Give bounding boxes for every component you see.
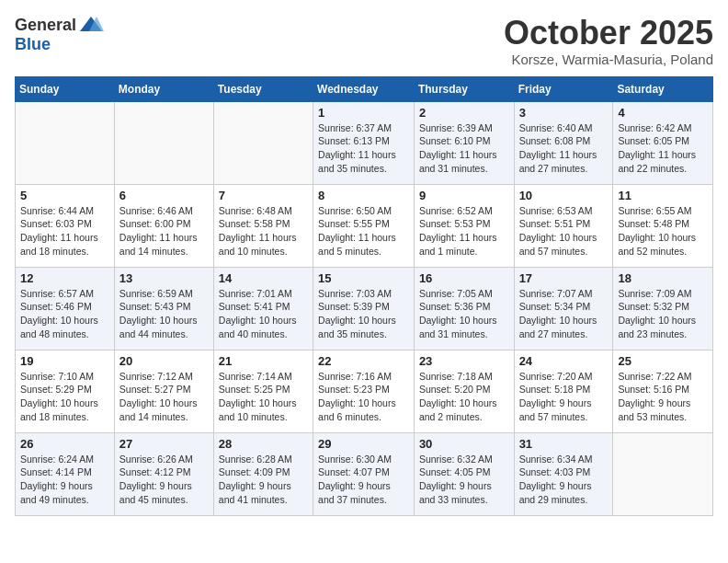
day-cell: 24Sunrise: 7:20 AM Sunset: 5:18 PM Dayli…: [514, 350, 613, 432]
day-info: Sunrise: 7:12 AM Sunset: 5:27 PM Dayligh…: [119, 370, 209, 424]
column-header-friday: Friday: [514, 76, 613, 101]
day-number: 18: [618, 271, 708, 285]
week-row-1: 1Sunrise: 6:37 AM Sunset: 6:13 PM Daylig…: [16, 101, 713, 184]
day-info: Sunrise: 6:42 AM Sunset: 6:05 PM Dayligh…: [618, 121, 708, 176]
day-cell: 16Sunrise: 7:05 AM Sunset: 5:36 PM Dayli…: [414, 267, 514, 350]
logo-general-text: General: [15, 16, 76, 35]
day-number: 26: [20, 437, 109, 451]
day-cell: 30Sunrise: 6:32 AM Sunset: 4:05 PM Dayli…: [414, 432, 514, 515]
day-cell: 11Sunrise: 6:55 AM Sunset: 5:48 PM Dayli…: [613, 184, 713, 267]
day-number: 22: [318, 354, 409, 368]
day-info: Sunrise: 7:20 AM Sunset: 5:18 PM Dayligh…: [519, 370, 609, 424]
day-cell: 26Sunrise: 6:24 AM Sunset: 4:14 PM Dayli…: [16, 432, 115, 515]
column-header-monday: Monday: [114, 76, 213, 101]
column-header-saturday: Saturday: [613, 76, 713, 101]
day-cell: 13Sunrise: 6:59 AM Sunset: 5:43 PM Dayli…: [114, 267, 213, 350]
day-number: 31: [519, 437, 609, 451]
day-number: 12: [20, 271, 109, 285]
day-number: 1: [318, 106, 409, 120]
day-number: 8: [318, 189, 409, 202]
day-info: Sunrise: 6:30 AM Sunset: 4:07 PM Dayligh…: [318, 453, 409, 507]
day-info: Sunrise: 6:46 AM Sunset: 6:00 PM Dayligh…: [119, 204, 209, 259]
logo: General Blue: [15, 15, 104, 54]
day-number: 4: [618, 106, 708, 120]
day-number: 20: [119, 354, 209, 368]
day-number: 3: [519, 106, 609, 120]
day-number: 21: [219, 354, 308, 368]
day-cell: 14Sunrise: 7:01 AM Sunset: 5:41 PM Dayli…: [213, 267, 313, 350]
week-row-3: 12Sunrise: 6:57 AM Sunset: 5:46 PM Dayli…: [16, 267, 713, 350]
day-info: Sunrise: 7:14 AM Sunset: 5:25 PM Dayligh…: [219, 370, 308, 424]
day-cell: 8Sunrise: 6:50 AM Sunset: 5:55 PM Daylig…: [313, 184, 415, 267]
day-cell: 23Sunrise: 7:18 AM Sunset: 5:20 PM Dayli…: [414, 350, 514, 432]
location-text: Korsze, Warmia-Masuria, Poland: [504, 52, 713, 67]
day-cell: 22Sunrise: 7:16 AM Sunset: 5:23 PM Dayli…: [313, 350, 415, 432]
day-number: 30: [419, 437, 509, 451]
day-number: 17: [519, 271, 609, 285]
day-info: Sunrise: 6:44 AM Sunset: 6:03 PM Dayligh…: [20, 204, 109, 259]
day-number: 2: [419, 106, 509, 120]
day-info: Sunrise: 7:10 AM Sunset: 5:29 PM Dayligh…: [20, 370, 109, 424]
day-number: 27: [119, 437, 209, 451]
day-cell: 4Sunrise: 6:42 AM Sunset: 6:05 PM Daylig…: [613, 101, 713, 184]
day-info: Sunrise: 7:03 AM Sunset: 5:39 PM Dayligh…: [318, 287, 409, 341]
day-info: Sunrise: 6:52 AM Sunset: 5:53 PM Dayligh…: [419, 204, 509, 259]
logo-blue-text: Blue: [15, 35, 51, 54]
day-cell: 20Sunrise: 7:12 AM Sunset: 5:27 PM Dayli…: [114, 350, 213, 432]
day-info: Sunrise: 6:48 AM Sunset: 5:58 PM Dayligh…: [219, 204, 308, 259]
day-info: Sunrise: 7:05 AM Sunset: 5:36 PM Dayligh…: [419, 287, 509, 341]
day-cell: 6Sunrise: 6:46 AM Sunset: 6:00 PM Daylig…: [114, 184, 213, 267]
day-cell: [114, 101, 213, 184]
day-number: 16: [419, 271, 509, 285]
day-info: Sunrise: 6:28 AM Sunset: 4:09 PM Dayligh…: [219, 453, 308, 507]
day-cell: [16, 101, 115, 184]
day-number: 9: [419, 189, 509, 202]
day-info: Sunrise: 7:18 AM Sunset: 5:20 PM Dayligh…: [419, 370, 509, 424]
column-header-thursday: Thursday: [414, 76, 514, 101]
day-info: Sunrise: 6:32 AM Sunset: 4:05 PM Dayligh…: [419, 453, 509, 507]
day-cell: 28Sunrise: 6:28 AM Sunset: 4:09 PM Dayli…: [213, 432, 313, 515]
day-cell: 15Sunrise: 7:03 AM Sunset: 5:39 PM Dayli…: [313, 267, 415, 350]
day-number: 25: [618, 354, 708, 368]
day-cell: 21Sunrise: 7:14 AM Sunset: 5:25 PM Dayli…: [213, 350, 313, 432]
week-row-2: 5Sunrise: 6:44 AM Sunset: 6:03 PM Daylig…: [16, 184, 713, 267]
day-number: 5: [20, 189, 109, 202]
day-info: Sunrise: 6:50 AM Sunset: 5:55 PM Dayligh…: [318, 204, 409, 259]
day-number: 10: [519, 189, 609, 202]
day-info: Sunrise: 7:07 AM Sunset: 5:34 PM Dayligh…: [519, 287, 609, 341]
day-info: Sunrise: 7:09 AM Sunset: 5:32 PM Dayligh…: [618, 287, 708, 341]
day-cell: 12Sunrise: 6:57 AM Sunset: 5:46 PM Dayli…: [16, 267, 115, 350]
day-number: 24: [519, 354, 609, 368]
logo-icon: [78, 15, 104, 35]
day-cell: 25Sunrise: 7:22 AM Sunset: 5:16 PM Dayli…: [613, 350, 713, 432]
day-number: 14: [219, 271, 308, 285]
title-block: October 2025 Korsze, Warmia-Masuria, Pol…: [504, 15, 713, 67]
day-number: 28: [219, 437, 308, 451]
week-row-5: 26Sunrise: 6:24 AM Sunset: 4:14 PM Dayli…: [16, 432, 713, 515]
day-info: Sunrise: 6:53 AM Sunset: 5:51 PM Dayligh…: [519, 204, 609, 259]
day-info: Sunrise: 6:34 AM Sunset: 4:03 PM Dayligh…: [519, 453, 609, 507]
day-info: Sunrise: 6:55 AM Sunset: 5:48 PM Dayligh…: [618, 204, 708, 259]
column-header-tuesday: Tuesday: [213, 76, 313, 101]
day-number: 23: [419, 354, 509, 368]
calendar-table: SundayMondayTuesdayWednesdayThursdayFrid…: [15, 76, 713, 516]
day-number: 6: [119, 189, 209, 202]
day-cell: 1Sunrise: 6:37 AM Sunset: 6:13 PM Daylig…: [313, 101, 415, 184]
day-cell: 18Sunrise: 7:09 AM Sunset: 5:32 PM Dayli…: [613, 267, 713, 350]
day-cell: 7Sunrise: 6:48 AM Sunset: 5:58 PM Daylig…: [213, 184, 313, 267]
page-header: General Blue October 2025 Korsze, Warmia…: [15, 15, 713, 67]
day-info: Sunrise: 6:40 AM Sunset: 6:08 PM Dayligh…: [519, 121, 609, 176]
day-cell: 27Sunrise: 6:26 AM Sunset: 4:12 PM Dayli…: [114, 432, 213, 515]
day-info: Sunrise: 6:39 AM Sunset: 6:10 PM Dayligh…: [419, 121, 509, 176]
day-cell: 10Sunrise: 6:53 AM Sunset: 5:51 PM Dayli…: [514, 184, 613, 267]
day-info: Sunrise: 7:16 AM Sunset: 5:23 PM Dayligh…: [318, 370, 409, 424]
column-header-sunday: Sunday: [16, 76, 115, 101]
day-cell: 3Sunrise: 6:40 AM Sunset: 6:08 PM Daylig…: [514, 101, 613, 184]
day-cell: 29Sunrise: 6:30 AM Sunset: 4:07 PM Dayli…: [313, 432, 415, 515]
day-number: 7: [219, 189, 308, 202]
calendar-header-row: SundayMondayTuesdayWednesdayThursdayFrid…: [16, 76, 713, 101]
month-title: October 2025: [504, 15, 713, 52]
day-number: 15: [318, 271, 409, 285]
day-info: Sunrise: 6:59 AM Sunset: 5:43 PM Dayligh…: [119, 287, 209, 341]
day-cell: 19Sunrise: 7:10 AM Sunset: 5:29 PM Dayli…: [16, 350, 115, 432]
